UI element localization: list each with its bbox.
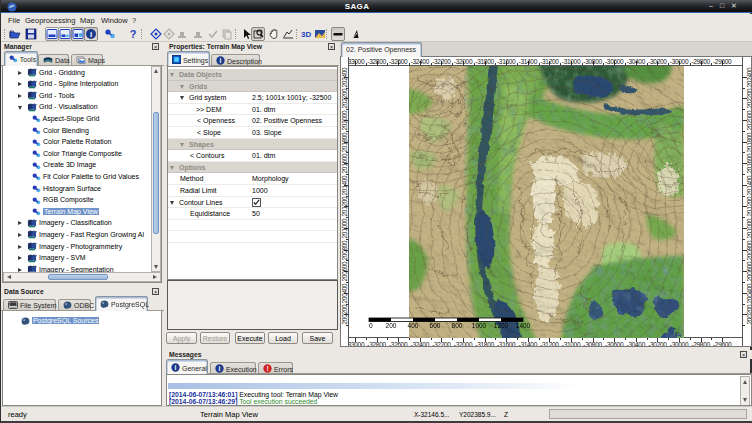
svg-text:?: ? bbox=[130, 28, 137, 40]
svg-text:i: i bbox=[90, 30, 92, 39]
svg-text:1400: 1400 bbox=[516, 322, 531, 329]
svg-text:800: 800 bbox=[452, 322, 463, 329]
svg-text:i: i bbox=[219, 365, 221, 372]
svg-text:400: 400 bbox=[408, 322, 419, 329]
svg-text:3D: 3D bbox=[301, 30, 311, 39]
svg-text:200: 200 bbox=[386, 322, 397, 329]
svg-text:1200: 1200 bbox=[494, 322, 509, 329]
svg-text:!: ! bbox=[266, 365, 268, 372]
svg-text:i: i bbox=[220, 57, 222, 64]
svg-text:600: 600 bbox=[430, 322, 441, 329]
svg-text:0: 0 bbox=[369, 322, 373, 329]
svg-text:1000: 1000 bbox=[472, 322, 487, 329]
svg-text:i: i bbox=[175, 364, 177, 371]
